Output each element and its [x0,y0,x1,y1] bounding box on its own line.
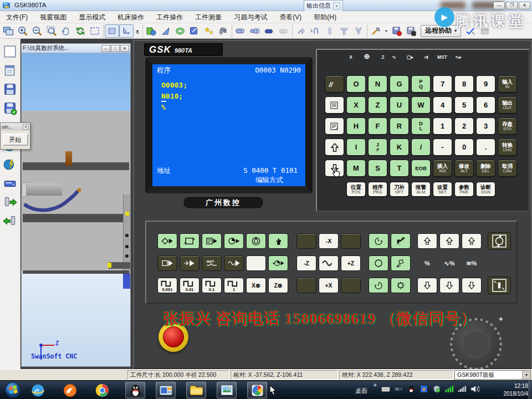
kb-key[interactable]: . [476,139,495,156]
override-down-key[interactable] [462,278,482,293]
save-disk-green-icon[interactable] [3,101,17,115]
notebook-icon[interactable] [3,63,17,78]
kb-key[interactable]: R [390,117,409,135]
workpiece-step-icon[interactable] [248,24,262,38]
feed-hold-icon[interactable] [488,277,511,294]
spindle-key[interactable] [391,233,411,249]
kb-key[interactable]: PQ [411,75,431,93]
tray-signal-green-icon[interactable] [445,385,454,393]
cp-key[interactable]: X⊛ [246,278,266,293]
kb-key[interactable]: 输入IN [498,75,517,93]
axis-key[interactable]: +Z [341,255,361,271]
menu-item[interactable]: 视窗视图 [34,11,73,23]
fn-key[interactable]: 刀补OFT [390,182,409,197]
kb-key[interactable]: 2 [454,117,474,135]
cp-key[interactable] [246,255,266,271]
machine-view-titlebar[interactable]: F:\仿真数控系统... — □ ✕ [22,44,130,53]
cp-key[interactable] [268,255,288,271]
taskbar-app[interactable]: e [29,382,47,398]
kb-key[interactable]: 8 [454,75,474,93]
kb-key[interactable]: W [411,96,431,114]
fn-key[interactable]: 程序PRG [368,182,387,197]
spindle-key[interactable] [391,255,411,271]
cp-key[interactable]: 0.001 [157,278,177,293]
kb-key[interactable]: 9 [476,75,495,93]
cp-key[interactable] [180,255,200,271]
kb-key[interactable]: 1 [433,117,452,135]
kb-key[interactable]: U [390,96,409,114]
select-region-icon[interactable] [88,24,102,38]
close-button[interactable]: ✕ [120,45,129,52]
kb-key[interactable]: F [368,117,387,135]
tray-keyboard-icon[interactable] [381,385,390,393]
maximize-button[interactable]: □ [111,45,120,52]
override-down-key[interactable] [439,278,459,293]
fn-key[interactable]: 诊断DGN [476,182,495,197]
cp-key[interactable]: 1 [224,278,244,293]
kb-key[interactable]: Z [368,96,387,114]
kb-key[interactable]: 存盘STO [498,117,517,135]
minimize-button[interactable]: — [493,2,505,9]
kb-key[interactable]: O [346,75,366,93]
close-icon[interactable]: x [23,124,29,130]
start-orb-icon[interactable] [4,381,22,398]
axis-key[interactable] [296,278,316,293]
zoom-in-icon[interactable] [16,24,30,38]
kb-key[interactable]: H [346,117,366,135]
taskbar-app[interactable] [125,382,145,398]
tool-vee-icon[interactable] [351,24,366,38]
minimize-button[interactable]: — [101,45,110,52]
cp-key[interactable]: Z⊛ [268,278,288,293]
fn-key[interactable]: 设置SET [433,182,452,197]
tray-comm-icon[interactable] [420,385,428,393]
spray-adjust-icon[interactable] [369,24,383,38]
cp-key[interactable]: 0.1 [202,278,222,293]
tool-display-icon[interactable] [158,24,173,38]
drop-arrow-icon[interactable] [383,24,390,38]
axis-key[interactable] [341,278,361,293]
spindle-key[interactable] [369,233,388,249]
kb-key[interactable]: N [368,75,387,93]
restore-button[interactable]: ❐ [506,2,518,9]
taskbar-app[interactable] [156,382,176,398]
tool-straight-icon[interactable] [323,24,337,38]
kb-key[interactable]: G [390,75,409,93]
tray-shield-icon[interactable] [432,385,441,393]
kb-key[interactable]: 6 [476,96,495,114]
cp-key[interactable] [157,255,177,271]
override-up-key[interactable] [462,233,482,249]
kb-key[interactable]: - [433,139,452,156]
axis-key[interactable]: -Z [296,255,316,271]
pan-hand-icon[interactable] [59,24,73,38]
kb-key[interactable]: / [411,139,431,156]
tool-hook-icon[interactable] [294,24,308,38]
machine-3d-view[interactable]: Z SwanSoft CNC [22,53,130,366]
axis-key[interactable] [341,233,361,249]
edit-workpiece-icon[interactable] [187,24,202,38]
kb-key[interactable]: 3 [476,117,495,135]
axis-key[interactable]: -X [319,233,339,249]
override-up-key[interactable] [439,233,459,249]
axis-key[interactable] [296,233,316,249]
taskbar-app[interactable] [93,382,111,398]
override-up-key[interactable] [417,233,437,249]
kb-key[interactable]: 删除DEL [476,160,495,177]
cp-key[interactable] [202,233,222,249]
blank-page-icon[interactable] [3,44,17,59]
fn-key[interactable]: 位置POS [346,182,366,197]
effects-stars-icon[interactable] [202,24,216,38]
drop-btn-icon[interactable] [134,24,141,38]
kb-key[interactable]: T [390,160,409,177]
cp-key[interactable]: 0.01 [180,278,200,293]
record-save-icon[interactable] [390,24,404,38]
tray-signal-gray-icon[interactable] [458,385,467,393]
tab-output-info[interactable]: 输出信息 x [304,0,343,11]
cp-key[interactable] [268,233,288,249]
taskbar-app[interactable] [186,382,206,398]
menu-item[interactable]: 显示模式 [73,11,111,23]
cycle-start-icon[interactable] [488,232,511,250]
kb-key[interactable]: 插入INS [433,160,452,177]
fn-key[interactable]: 报警ALM [411,182,431,197]
start-button[interactable]: 开始 [3,134,28,146]
menu-item[interactable]: 习题与考试 [228,11,273,23]
